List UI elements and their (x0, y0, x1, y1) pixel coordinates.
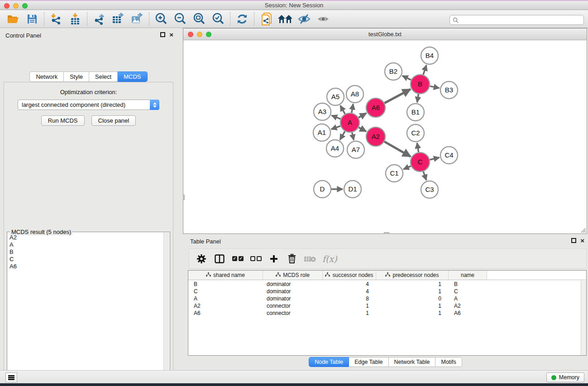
zoom-in-icon[interactable] (152, 11, 171, 27)
zoom-fit-icon[interactable] (190, 11, 209, 27)
deselect-all-icon[interactable] (250, 252, 262, 266)
network-close-button[interactable] (188, 32, 193, 37)
edge-B-B1[interactable] (417, 94, 419, 103)
table-row[interactable]: Bdominator41B (188, 281, 581, 288)
export-image-icon[interactable] (128, 11, 147, 27)
edge-B-B3[interactable] (430, 86, 440, 88)
close-window-button[interactable] (4, 3, 10, 9)
network-window-titlebar[interactable]: testGlobe.txt (183, 29, 587, 40)
edge-B-B2[interactable] (402, 76, 411, 80)
close-panel-icon[interactable]: × (169, 32, 173, 37)
frame-resize-handle[interactable] (183, 195, 185, 200)
table-row[interactable]: A2connector11A2 (188, 302, 581, 310)
float-panel-icon[interactable] (571, 238, 576, 243)
edge-C-C2[interactable] (417, 143, 418, 152)
run-mcds-button[interactable]: Run MCDS (41, 115, 85, 126)
result-item[interactable]: A (10, 241, 163, 248)
node-label-C2: C2 (411, 129, 420, 137)
edge-B-B4[interactable] (423, 65, 426, 75)
new-network-from-selection-icon[interactable] (257, 11, 276, 27)
select-all-icon[interactable] (232, 252, 244, 266)
float-panel-icon[interactable] (160, 32, 165, 37)
node-label-B1: B1 (411, 108, 420, 116)
close-panel-icon[interactable]: × (580, 238, 584, 243)
cell-successor-nodes: 1 (323, 310, 376, 316)
hide-selected-icon[interactable] (295, 11, 314, 27)
toolbar-separator (149, 12, 149, 26)
result-item[interactable]: A2 (10, 234, 163, 241)
zoom-selected-icon[interactable] (209, 11, 228, 27)
table-row[interactable]: A6connector11A6 (188, 310, 581, 317)
network-zoom-button[interactable] (206, 32, 211, 37)
delete-table-icon[interactable] (304, 252, 316, 266)
zoom-window-button[interactable] (22, 3, 28, 9)
cell-predecessor-nodes: 1 (376, 310, 449, 316)
column-header-predecessor-nodes[interactable]: predecessor nodes (376, 271, 449, 280)
tab-node-table[interactable]: Node Table (309, 357, 349, 367)
edge-C-C4[interactable] (430, 157, 439, 160)
table-row[interactable]: Adominator80A (188, 295, 581, 302)
table-scrollbar[interactable] (581, 281, 586, 355)
result-scrollbar[interactable] (163, 233, 169, 386)
show-all-icon[interactable] (314, 11, 333, 27)
mcds-result-list[interactable]: A2ABCA6 (8, 233, 163, 386)
edge-A2-C[interactable] (384, 142, 411, 157)
tab-mcds[interactable]: MCDS (118, 71, 147, 82)
window-titlebar: Session: New Session (0, 0, 588, 10)
tab-edge-table[interactable]: Edge Table (349, 357, 388, 367)
node-label-C: C (418, 158, 423, 166)
task-history-button[interactable] (5, 372, 17, 382)
save-session-icon[interactable] (23, 11, 42, 27)
delete-column-icon[interactable] (286, 252, 298, 266)
tab-style[interactable]: Style (64, 71, 89, 82)
criterion-select[interactable]: largest connected component (directed) (18, 100, 159, 110)
export-network-icon[interactable] (90, 11, 109, 27)
column-header-shared-name[interactable]: shared name (188, 271, 263, 280)
column-header-MCDS-role[interactable]: MCDS role (263, 271, 323, 280)
edge-A-A2[interactable] (359, 128, 366, 132)
result-item[interactable]: C (10, 256, 163, 263)
column-header-successor-nodes[interactable]: successor nodes (323, 271, 376, 280)
tab-motifs[interactable]: Motifs (435, 357, 462, 367)
export-table-icon[interactable] (109, 11, 128, 27)
network-minimize-button[interactable] (197, 32, 202, 37)
cell-name: C (449, 288, 487, 295)
function-builder-icon[interactable]: f(x) (322, 252, 337, 266)
edge-C-C1[interactable] (403, 166, 411, 169)
close-panel-button[interactable]: Close panel (91, 115, 136, 126)
edge-A-A7[interactable] (352, 133, 354, 140)
edge-A-A4[interactable] (340, 131, 345, 140)
edge-A-A8[interactable] (352, 104, 353, 113)
columns-icon[interactable] (214, 252, 225, 266)
column-header-name[interactable]: name (449, 271, 487, 280)
memory-button[interactable]: Memory (546, 372, 584, 382)
tab-network-table[interactable]: Network Table (389, 357, 436, 367)
resize-grip-icon[interactable] (580, 227, 586, 233)
tab-network[interactable]: Network (29, 71, 64, 82)
houses-icon[interactable] (276, 11, 295, 27)
tab-select[interactable]: Select (89, 71, 118, 82)
edge-A-A6[interactable] (359, 113, 366, 118)
network-canvas[interactable]: AA1A2A3A4A5A6A7A8BB1B2B3B4CC1C2C3C4DD1 (183, 40, 587, 234)
refresh-icon[interactable] (233, 11, 252, 27)
zoom-out-icon[interactable] (171, 11, 190, 27)
edge-A-A5[interactable] (340, 105, 345, 114)
add-column-icon[interactable] (268, 252, 280, 266)
minimize-window-button[interactable] (13, 3, 19, 9)
import-network-icon[interactable] (47, 11, 66, 27)
edge-A6-B[interactable] (384, 89, 410, 103)
network-view-window: testGlobe.txt AA1A2A3A4A5A6A7A8BB1B2B3B4… (183, 28, 587, 234)
edge-A-A3[interactable] (331, 115, 340, 119)
result-item[interactable]: A6 (10, 263, 163, 270)
cell-predecessor-nodes: 1 (376, 288, 449, 295)
node-label-C4: C4 (445, 151, 453, 159)
table-row[interactable]: Cdominator41C (188, 288, 581, 295)
import-table-icon[interactable] (66, 11, 85, 27)
gear-icon[interactable] (196, 252, 207, 266)
edge-A-A1[interactable] (331, 126, 341, 129)
cell-successor-nodes: 1 (323, 303, 376, 309)
open-file-icon[interactable] (4, 11, 23, 27)
edge-C-C3[interactable] (423, 172, 426, 180)
search-input[interactable] (449, 15, 584, 25)
result-item[interactable]: B (10, 248, 163, 256)
